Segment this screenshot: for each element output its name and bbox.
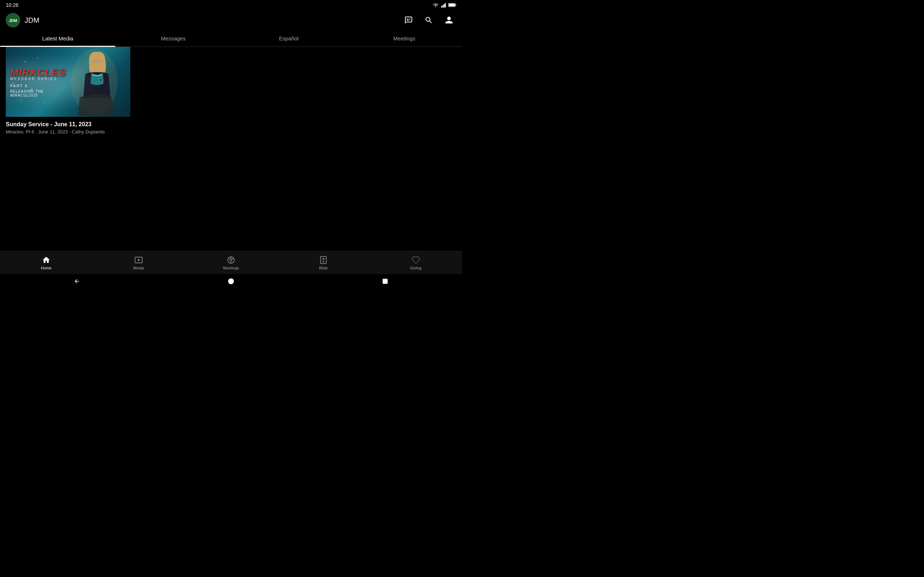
account-icon bbox=[445, 16, 453, 24]
nav-home-label: Home bbox=[41, 266, 51, 270]
tab-latest-media[interactable]: Latest Media bbox=[0, 30, 115, 47]
back-button[interactable] bbox=[68, 276, 86, 287]
message-button[interactable] bbox=[401, 13, 416, 27]
media-thumbnail: MIRACLES MESSAGE SERIES PART 6 RELEASING… bbox=[6, 47, 130, 117]
main-content: MIRACLES MESSAGE SERIES PART 6 RELEASING… bbox=[0, 47, 462, 250]
miracles-bg: MIRACLES MESSAGE SERIES PART 6 RELEASING… bbox=[6, 47, 130, 117]
nav-meetings[interactable]: Meetings bbox=[185, 253, 277, 273]
tab-messages[interactable]: Messages bbox=[115, 30, 231, 47]
back-icon bbox=[74, 278, 80, 285]
home-sys-button[interactable] bbox=[222, 276, 240, 287]
status-time: 10:26 bbox=[6, 2, 18, 8]
chat-icon bbox=[404, 16, 413, 24]
tab-meetings[interactable]: Meetings bbox=[347, 30, 462, 47]
part-label: PART 6 bbox=[10, 84, 66, 88]
svg-point-16 bbox=[99, 78, 102, 82]
recents-button[interactable] bbox=[376, 276, 394, 287]
wifi-icon bbox=[432, 3, 439, 8]
svg-rect-6 bbox=[455, 4, 456, 6]
nav-bible[interactable]: Bible bbox=[277, 253, 370, 273]
part-title: RELEASING THEMIRACULOUS bbox=[10, 89, 66, 97]
svg-marker-18 bbox=[138, 259, 140, 261]
tab-espanol[interactable]: Español bbox=[231, 30, 347, 47]
speaker-figure bbox=[65, 47, 123, 117]
nav-home[interactable]: Home bbox=[0, 253, 92, 273]
nav-bible-label: Bible bbox=[319, 266, 328, 270]
search-button[interactable] bbox=[422, 13, 436, 27]
sys-nav bbox=[0, 274, 462, 288]
media-card[interactable]: MIRACLES MESSAGE SERIES PART 6 RELEASING… bbox=[0, 47, 462, 137]
app-bar: JDM JDM bbox=[0, 10, 462, 30]
svg-rect-5 bbox=[449, 3, 455, 6]
speaker-silhouette bbox=[69, 48, 120, 116]
svg-rect-1 bbox=[443, 5, 444, 8]
logo-icon: JDM bbox=[6, 14, 19, 27]
text-overlay: MIRACLES MESSAGE SERIES PART 6 RELEASING… bbox=[10, 67, 66, 97]
svg-rect-3 bbox=[445, 3, 446, 8]
svg-rect-2 bbox=[444, 4, 445, 8]
nav-media[interactable]: Media bbox=[92, 253, 185, 273]
home-sys-icon bbox=[228, 279, 234, 284]
nav-meetings-label: Meetings bbox=[223, 266, 239, 270]
nav-giving-label: Giving bbox=[410, 266, 421, 270]
meetings-icon bbox=[227, 256, 235, 264]
app-bar-left: JDM JDM bbox=[6, 13, 39, 27]
app-title: JDM bbox=[24, 16, 39, 24]
bottom-nav: Home Media Meetings bbox=[0, 251, 462, 274]
svg-rect-0 bbox=[441, 6, 442, 8]
status-bar: 10:26 bbox=[0, 0, 462, 10]
svg-rect-10 bbox=[409, 19, 410, 19]
nav-media-label: Media bbox=[133, 266, 144, 270]
media-info: Sunday Service - June 11, 2023 Miracles,… bbox=[6, 117, 456, 137]
svg-text:JDM: JDM bbox=[9, 18, 17, 23]
battery-icon bbox=[448, 3, 456, 7]
svg-rect-9 bbox=[407, 19, 408, 19]
svg-rect-11 bbox=[407, 20, 409, 21]
home-icon bbox=[42, 256, 50, 264]
bible-icon bbox=[319, 256, 328, 264]
app-bar-right bbox=[401, 13, 456, 27]
account-button[interactable] bbox=[442, 13, 456, 27]
signal-icon bbox=[441, 3, 446, 8]
giving-icon bbox=[412, 256, 420, 264]
search-icon bbox=[425, 16, 433, 24]
tab-bar: Latest Media Messages Español Meetings bbox=[0, 30, 462, 47]
status-icons bbox=[432, 3, 456, 8]
nav-giving[interactable]: Giving bbox=[370, 253, 462, 273]
media-icon bbox=[134, 256, 143, 264]
recents-icon bbox=[383, 279, 388, 284]
media-subtitle: Miracles, Pt 6 · June 11, 2023 · Cathy D… bbox=[6, 129, 456, 134]
app-logo[interactable]: JDM bbox=[6, 13, 20, 27]
media-title: Sunday Service - June 11, 2023 bbox=[6, 121, 456, 128]
